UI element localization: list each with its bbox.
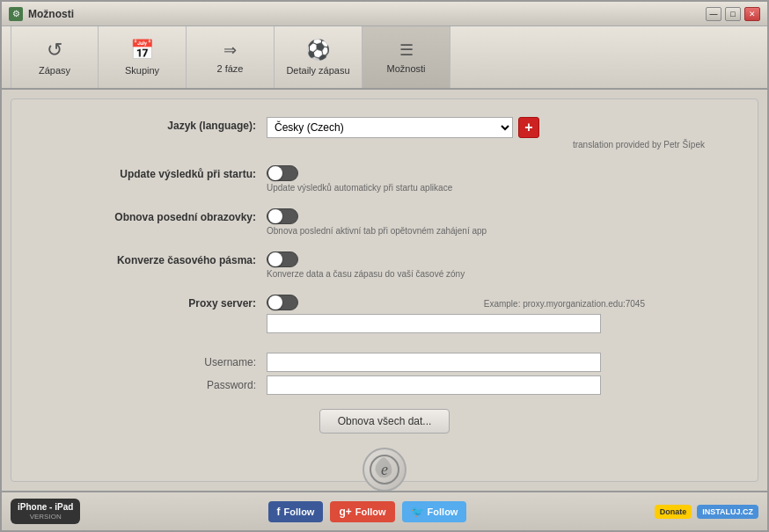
restore-label: Obnova posední obrazovky: — [38, 208, 267, 223]
window-title: Možnosti — [28, 8, 706, 20]
toolbar-moznosti[interactable]: ☰ Možnosti — [363, 26, 450, 88]
username-label: Username: — [38, 356, 267, 368]
refresh-row: Obnova všech dat... — [38, 409, 731, 434]
password-row: Password: — [38, 375, 731, 395]
refresh-icon: ↺ — [47, 39, 62, 62]
timezone-label: Konverze časového pásma: — [38, 251, 267, 266]
restore-hint: Obnova poslední aktivní tab při opětovné… — [267, 226, 731, 236]
titlebar: ⚙ Možnosti — □ ✕ — [2, 2, 767, 26]
toolbar-2faze[interactable]: ⇒ 2 fáze — [187, 26, 275, 88]
toggle-knob — [268, 166, 282, 180]
donate-badge[interactable]: Donate — [655, 505, 692, 519]
twitter-follow-label: Follow — [428, 506, 458, 517]
toolbar-moznosti-label: Možnosti — [386, 63, 425, 74]
svg-text:e: e — [381, 461, 388, 478]
facebook-follow-label: Follow — [284, 506, 315, 517]
timezone-hint: Konverze data a času zápasu do vaší časo… — [267, 269, 731, 279]
maximize-button[interactable]: □ — [725, 7, 741, 21]
toolbar-detaily-label: Detaily zápasu — [286, 65, 349, 76]
password-label: Password: — [38, 379, 267, 391]
device-line1: iPhone - iPad — [18, 502, 73, 512]
app-window: ⚙ Možnosti — □ ✕ ↺ Zápasy 📅 Skupiny ⇒ 2 … — [0, 0, 769, 532]
main-content: Jazyk (language): Česky (Czech) + transl… — [2, 90, 767, 491]
toolbar-zapasy[interactable]: ↺ Zápasy — [11, 26, 99, 88]
update-row: Update výsledků při startu: Update výsle… — [38, 165, 731, 193]
restore-row: Obnova posední obrazovky: Obnova posledn… — [38, 208, 731, 236]
language-row: Jazyk (language): Česky (Czech) + transl… — [38, 117, 731, 149]
toolbar-skupiny[interactable]: 📅 Skupiny — [99, 26, 187, 88]
phases-icon: ⇒ — [223, 40, 237, 60]
add-language-button[interactable]: + — [518, 117, 539, 138]
instaluj-label: INSTALUJ.CZ — [702, 507, 753, 516]
toolbar-skupiny-label: Skupiny — [125, 65, 159, 76]
timezone-control: Konverze data a času zápasu do vaší časo… — [267, 251, 731, 279]
proxy-toggle[interactable] — [267, 295, 298, 310]
refresh-button[interactable]: Obnova všech dat... — [319, 409, 450, 434]
update-control: Update výsledků automaticky při startu a… — [267, 165, 731, 193]
language-label: Jazyk (language): — [38, 117, 267, 132]
options-icon: ☰ — [399, 40, 414, 60]
language-select[interactable]: Česky (Czech) — [267, 117, 513, 138]
google-icon: g+ — [339, 506, 351, 518]
proxy-control: Example: proxy.myorganization.edu:7045 — [267, 295, 731, 337]
toolbar-zapasy-label: Zápasy — [39, 65, 70, 76]
update-toggle[interactable] — [267, 165, 298, 181]
close-button[interactable]: ✕ — [744, 7, 760, 21]
device-badge: iPhone - iPad VERSION — [11, 499, 80, 524]
restore-control: Obnova poslední aktivní tab při opětovné… — [267, 208, 731, 236]
google-follow-button[interactable]: g+ Follow — [330, 501, 394, 522]
options-panel: Jazyk (language): Česky (Czech) + transl… — [11, 98, 758, 482]
proxy-server-input[interactable] — [267, 314, 601, 333]
twitter-icon: 🐦 — [411, 506, 424, 518]
minimize-button[interactable]: — — [706, 7, 721, 21]
facebook-follow-button[interactable]: f Follow — [268, 501, 324, 522]
update-hint: Update výsledků automaticky při startu a… — [267, 183, 731, 193]
timezone-row: Konverze časového pásma: Konverze data a… — [38, 251, 731, 279]
footer-right: Donate INSTALUJ.CZ — [655, 505, 758, 519]
translation-credit: translation provided by Petr Šípek — [267, 140, 731, 149]
logo-area: e — [38, 448, 731, 491]
app-icon: ⚙ — [9, 7, 23, 21]
toggle-knob-4 — [268, 295, 282, 310]
proxy-label: Proxy server: — [38, 295, 267, 310]
donate-label: Donate — [660, 507, 687, 516]
social-buttons: f Follow g+ Follow 🐦 Follow — [80, 501, 654, 522]
window-controls: — □ ✕ — [706, 7, 760, 21]
toolbar: ↺ Zápasy 📅 Skupiny ⇒ 2 fáze ⚽ Detaily zá… — [2, 26, 767, 90]
username-row: Username: — [38, 353, 731, 372]
toggle-knob-3 — [268, 252, 282, 266]
device-line2: VERSION — [30, 513, 62, 521]
soccer-icon: ⚽ — [306, 39, 330, 62]
toolbar-2faze-label: 2 fáze — [217, 63, 244, 74]
password-input[interactable] — [267, 375, 601, 395]
google-follow-label: Follow — [355, 506, 386, 517]
proxy-example: Example: proxy.myorganization.edu:7045 — [484, 299, 645, 309]
proxy-row: Proxy server: Example: proxy.myorganizat… — [38, 295, 731, 337]
calendar-icon: 📅 — [130, 39, 154, 62]
language-selector-row: Česky (Czech) + — [267, 117, 731, 138]
twitter-follow-button[interactable]: 🐦 Follow — [402, 501, 467, 522]
app-logo: e — [363, 448, 406, 491]
toggle-knob-2 — [268, 209, 282, 223]
footer: iPhone - iPad VERSION f Follow g+ Follow… — [2, 491, 767, 530]
update-label: Update výsledků při startu: — [38, 165, 267, 180]
language-control: Česky (Czech) + translation provided by … — [267, 117, 731, 149]
username-input[interactable] — [267, 353, 601, 372]
toolbar-detaily[interactable]: ⚽ Detaily zápasu — [275, 26, 363, 88]
instaluj-badge[interactable]: INSTALUJ.CZ — [697, 505, 758, 519]
restore-toggle[interactable] — [267, 208, 298, 224]
facebook-icon: f — [277, 506, 281, 518]
timezone-toggle[interactable] — [267, 251, 298, 267]
